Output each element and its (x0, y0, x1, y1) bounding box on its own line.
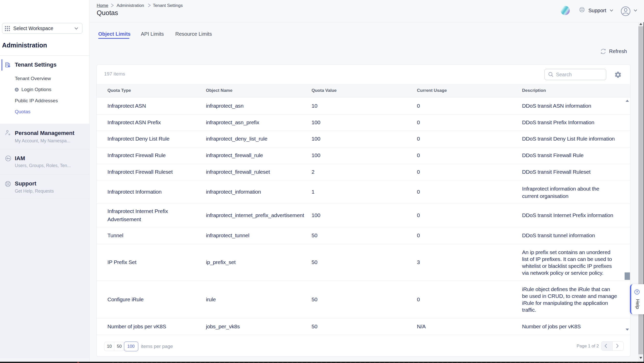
svg-text:?: ? (636, 290, 638, 294)
